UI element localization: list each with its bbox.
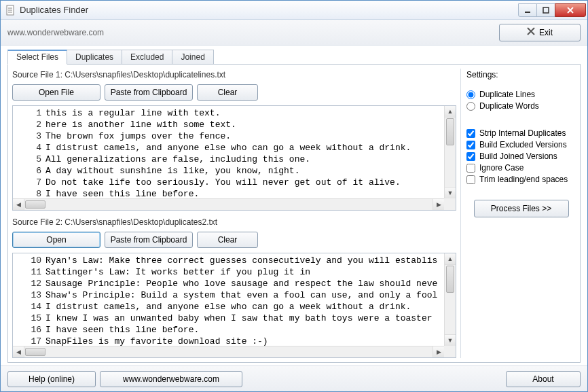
radio-duplicate-words[interactable]: Duplicate Words [466, 101, 576, 111]
source2-textbox[interactable]: 10Ryan's Law: Make three correct guesses… [12, 253, 456, 358]
text-line[interactable]: 4I distrust camels, and anyone else who … [13, 142, 444, 154]
exit-icon [527, 27, 535, 37]
source2-buttons: Open Paste from Clipboard Clear [12, 232, 456, 248]
line-number: 12 [13, 278, 45, 289]
check-build-excluded[interactable]: Build Excluded Versions [466, 140, 576, 149]
minimize-button[interactable] [518, 3, 537, 17]
tab-joined[interactable]: Joined [172, 50, 213, 65]
line-text: this is a regular line with text. [45, 107, 220, 119]
text-line[interactable]: 15I knew I was an unwanted baby when I s… [13, 313, 444, 324]
window-title: Duplicates Finder [20, 5, 519, 15]
line-number: 13 [13, 289, 45, 301]
tab-select-files[interactable]: Select Files [7, 50, 67, 65]
settings-panel: Settings: Duplicate Lines Duplicate Word… [460, 69, 576, 358]
source1-open-button[interactable]: Open File [12, 84, 100, 101]
source1-buttons: Open File Paste from Clipboard Clear [12, 84, 456, 101]
check-trim-spaces[interactable]: Trim leading/end spaces [466, 175, 576, 184]
line-text: Ryan's Law: Make three correct guesses c… [45, 255, 437, 266]
check-ignore-case[interactable]: Ignore Case [466, 163, 576, 173]
text-line[interactable]: 13Shaw's Principle: Build a system that … [13, 289, 444, 301]
source2-open-button[interactable]: Open [12, 232, 100, 248]
line-number: 8 [13, 188, 45, 198]
tab-duplicates[interactable]: Duplicates [67, 50, 122, 65]
text-line[interactable]: 17SnapFiles is my favorite download site… [13, 336, 444, 346]
source2-clear-button[interactable]: Clear [197, 232, 258, 248]
scroll-down-icon[interactable]: ▼ [445, 334, 456, 346]
source1-label: Source File 1: C:\Users\snapfiles\Deskto… [12, 70, 456, 79]
toolbar: www.wonderwebware.com Exit [1, 20, 587, 46]
text-line[interactable]: 12Sausage Principle: People who love sau… [13, 278, 444, 289]
left-column: Source File 1: C:\Users\snapfiles\Deskto… [12, 69, 456, 358]
scroll-right-icon[interactable]: ▶ [433, 346, 444, 357]
body-area: Select Files Duplicates Excluded Joined … [1, 46, 587, 366]
source1-textbox[interactable]: 1this is a regular line with text.2here … [12, 105, 456, 211]
scroll-right-icon[interactable]: ▶ [433, 199, 444, 210]
text-line[interactable]: 2here is another line with some text. [13, 119, 444, 130]
scroll-thumb[interactable] [25, 348, 45, 356]
scroll-thumb[interactable] [446, 266, 454, 293]
titlebar[interactable]: Duplicates Finder [1, 1, 587, 20]
source2-paste-button[interactable]: Paste from Clipboard [105, 232, 193, 248]
scroll-corner [444, 198, 456, 210]
text-line[interactable]: 14I distrust camels, and anyone else who… [13, 301, 444, 313]
text-line[interactable]: 8I have seen this line before. [13, 188, 444, 198]
line-text: The brown fox jumps over the fence. [45, 130, 231, 142]
line-text: I have seen this line before. [45, 324, 199, 336]
scroll-corner [444, 346, 456, 357]
exit-label: Exit [539, 28, 553, 37]
mode-group: Duplicate Lines Duplicate Words [466, 85, 576, 120]
help-button[interactable]: Help (online) [7, 371, 96, 387]
source1-clear-button[interactable]: Clear [197, 84, 258, 101]
source1-hscroll[interactable]: ◀ ▶ [13, 198, 444, 210]
text-line[interactable]: 3The brown fox jumps over the fence. [13, 130, 444, 142]
line-number: 1 [13, 107, 45, 119]
scroll-up-icon[interactable]: ▲ [445, 253, 456, 265]
scroll-thumb[interactable] [25, 200, 45, 209]
source2-vscroll[interactable]: ▲ ▼ [444, 253, 456, 346]
text-line[interactable]: 6A day without sunshine is like, you kno… [13, 165, 444, 177]
radio-duplicate-lines[interactable]: Duplicate Lines [466, 90, 576, 99]
text-line[interactable]: 5All generalizations are false, includin… [13, 154, 444, 165]
check-strip-internal[interactable]: Strip Internal Duplicates [466, 128, 576, 138]
source2-hscroll[interactable]: ◀ ▶ [13, 346, 444, 357]
line-number: 5 [13, 154, 45, 165]
line-text: Sausage Principle: People who love sausa… [45, 278, 437, 289]
text-line[interactable]: 7Do not take life too seriously. You wil… [13, 177, 444, 188]
line-text: A day without sunshine is like, you know… [45, 165, 299, 177]
tab-excluded[interactable]: Excluded [122, 50, 172, 65]
text-line[interactable]: 11Sattinger's Law: It works better if yo… [13, 266, 444, 278]
scroll-left-icon[interactable]: ◀ [13, 199, 24, 210]
text-line[interactable]: 16I have seen this line before. [13, 324, 444, 336]
options-group: Strip Internal Duplicates Build Excluded… [466, 126, 576, 186]
toolbar-url: www.wonderwebware.com [7, 28, 499, 37]
process-files-button[interactable]: Process Files >> [474, 200, 569, 217]
line-number: 4 [13, 142, 45, 154]
line-text: Do not take life too seriously. You will… [45, 177, 401, 188]
line-number: 7 [13, 177, 45, 188]
settings-title: Settings: [466, 70, 576, 79]
line-text: All generalizations are false, including… [45, 154, 310, 165]
text-line[interactable]: 10Ryan's Law: Make three correct guesses… [13, 255, 444, 266]
line-text: SnapFiles is my favorite download site :… [45, 336, 268, 346]
check-build-joined[interactable]: Build Joined Versions [466, 152, 576, 161]
scroll-up-icon[interactable]: ▲ [445, 106, 456, 118]
exit-button[interactable]: Exit [499, 24, 581, 41]
line-text: Shaw's Principle: Build a system that ev… [45, 289, 437, 301]
scroll-thumb[interactable] [446, 118, 454, 145]
line-number: 17 [13, 336, 45, 346]
scroll-left-icon[interactable]: ◀ [13, 346, 24, 357]
maximize-button[interactable] [536, 3, 555, 17]
app-window: Duplicates Finder www.wonderwebware.com … [0, 0, 588, 392]
source1-vscroll[interactable]: ▲ ▼ [444, 106, 456, 198]
website-button[interactable]: www.wonderwebware.com [100, 371, 242, 387]
close-button[interactable] [555, 3, 586, 17]
text-line[interactable]: 1this is a regular line with text. [13, 107, 444, 119]
about-button[interactable]: About [506, 371, 581, 387]
line-number: 15 [13, 313, 45, 324]
line-number: 2 [13, 119, 45, 130]
tab-strip: Select Files Duplicates Excluded Joined [7, 50, 581, 65]
line-number: 3 [13, 130, 45, 142]
scroll-down-icon[interactable]: ▼ [445, 187, 456, 198]
tab-body: Source File 1: C:\Users\snapfiles\Deskto… [7, 64, 581, 363]
source1-paste-button[interactable]: Paste from Clipboard [105, 84, 193, 101]
